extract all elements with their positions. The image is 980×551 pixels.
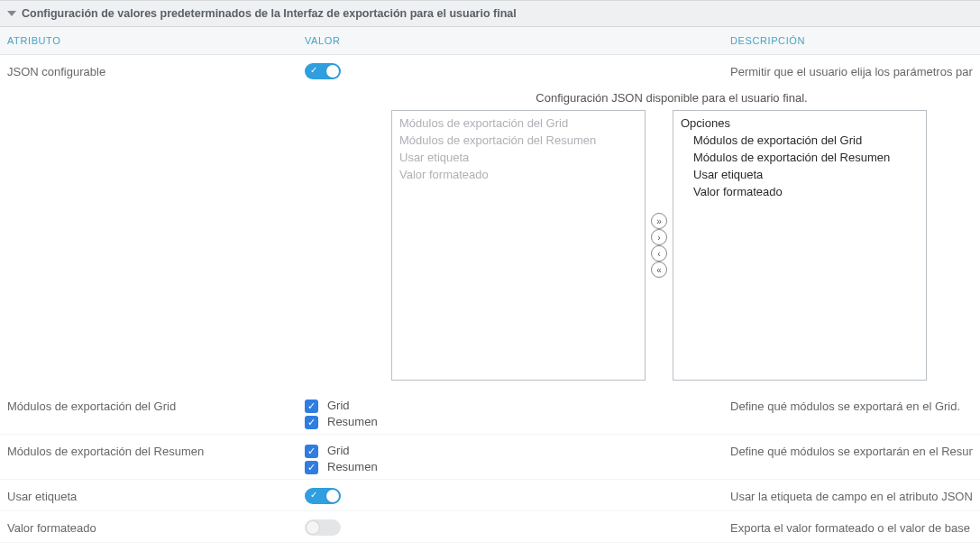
list-item[interactable]: Usar etiqueta — [398, 149, 639, 166]
checkbox-grid-modules-grid[interactable]: ✓ — [305, 399, 318, 413]
selected-options-listbox[interactable]: Opciones Módulos de exportación del Grid… — [673, 110, 927, 381]
checkbox-summary-modules-grid[interactable]: ✓ — [305, 445, 318, 458]
section-header[interactable]: Configuración de valores predeterminados… — [0, 0, 980, 27]
desc-formatted-value: Exporta el valor formateado o el valor d… — [730, 519, 973, 535]
row-summary-modules: Módulos de exportación del Resumen ✓ Gri… — [0, 435, 980, 480]
col-attribute: ATRIBUTO — [7, 35, 305, 46]
move-all-left-button[interactable]: « — [651, 262, 667, 278]
move-right-button[interactable]: › — [651, 229, 667, 245]
desc-grid-modules: Define qué módulos se exportará en el Gr… — [730, 398, 973, 413]
list-item[interactable]: Módulos de exportación del Resumen — [679, 149, 920, 166]
json-config-block: Configuración JSON disponible para el us… — [0, 86, 980, 390]
attr-grid-modules: Módulos de exportación del Grid — [7, 398, 305, 413]
row-use-label: Usar etiqueta Usar la etiqueta de campo … — [0, 480, 980, 511]
toggle-json-configurable[interactable] — [305, 63, 341, 79]
checkbox-grid-modules-resumen[interactable]: ✓ — [305, 416, 318, 429]
move-buttons: » › ‹ « — [646, 110, 673, 381]
attr-summary-modules: Módulos de exportación del Resumen — [7, 443, 305, 458]
move-left-button[interactable]: ‹ — [651, 245, 667, 262]
checkbox-label: Grid — [327, 443, 350, 459]
list-item[interactable]: Módulos de exportación del Resumen — [398, 132, 639, 149]
toggle-formatted-value[interactable] — [305, 519, 341, 536]
available-options-listbox[interactable]: Módulos de exportación del Grid Módulos … — [391, 110, 646, 381]
toggle-use-label[interactable] — [305, 488, 341, 504]
attr-use-label: Usar etiqueta — [7, 488, 305, 503]
desc-use-label: Usar la etiqueta de campo en el atributo… — [730, 488, 973, 503]
checkbox-label: Grid — [327, 398, 350, 414]
column-headers: ATRIBUTO VALOR DESCRIPCIÓN — [0, 27, 980, 55]
list-group[interactable]: Opciones — [679, 115, 920, 132]
move-all-right-button[interactable]: » — [651, 213, 667, 229]
desc-summary-modules: Define qué módulos se exportarán en el R… — [730, 443, 973, 458]
col-value: VALOR — [305, 35, 730, 46]
row-json-configurable: JSON configurable Permitir que el usuari… — [0, 55, 980, 86]
row-grid-modules: Módulos de exportación del Grid ✓ Grid ✓… — [0, 390, 980, 435]
checkbox-label: Resumen — [327, 414, 378, 430]
attr-json-configurable: JSON configurable — [7, 63, 305, 78]
collapse-triangle-icon — [7, 11, 16, 16]
list-item[interactable]: Valor formateado — [398, 166, 639, 183]
checkbox-summary-modules-resumen[interactable]: ✓ — [305, 461, 318, 474]
json-config-subhead: Configuración JSON disponible para el us… — [391, 86, 952, 110]
list-item[interactable]: Usar etiqueta — [679, 166, 920, 183]
list-item[interactable]: Valor formateado — [679, 183, 920, 200]
list-item[interactable]: Módulos de exportación del Grid — [398, 115, 639, 132]
checkbox-label: Resumen — [327, 459, 378, 475]
col-description: DESCRIPCIÓN — [730, 35, 973, 46]
desc-json-configurable: Permitir que el usuario elija los paráme… — [730, 63, 973, 78]
row-formatted-value: Valor formateado Exporta el valor format… — [0, 511, 980, 543]
section-title: Configuración de valores predeterminados… — [22, 7, 517, 20]
list-item[interactable]: Módulos de exportación del Grid — [679, 132, 920, 149]
attr-formatted-value: Valor formateado — [7, 519, 305, 535]
